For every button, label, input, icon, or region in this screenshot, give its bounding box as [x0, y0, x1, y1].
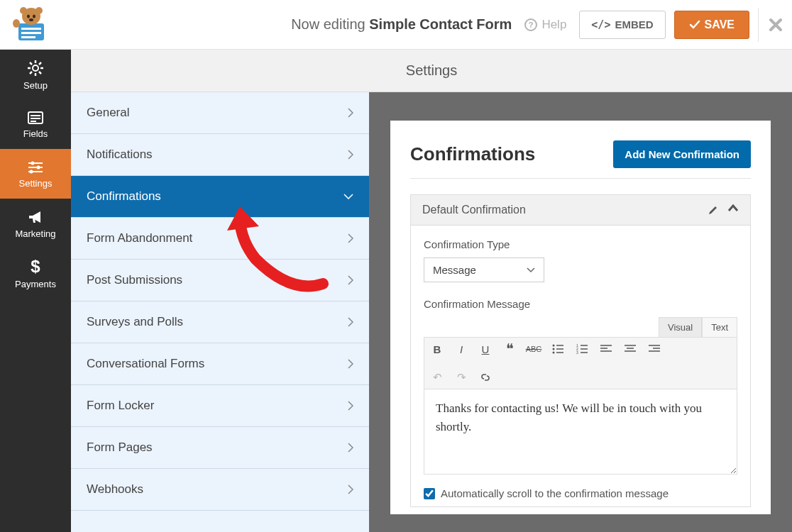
confirmation-block-body: Confirmation Type Message Confirmation M…	[411, 226, 750, 506]
undo-icon[interactable]: ↶	[430, 370, 444, 384]
bold-icon[interactable]: B	[430, 342, 444, 356]
settings-item-label: Form Abandonment	[87, 231, 192, 245]
align-right-icon[interactable]	[647, 342, 661, 356]
iconbar-label: Setup	[23, 80, 48, 91]
panel-head: Confirmations Add New Confirmation	[410, 140, 751, 179]
chevron-right-icon	[348, 108, 353, 118]
save-label: SAVE	[705, 18, 735, 31]
topbar: Now editing Simple Contact Form ? Help <…	[0, 0, 792, 50]
chevron-right-icon	[348, 484, 353, 494]
settings-item-webhooks[interactable]: Webhooks	[71, 469, 369, 511]
panel-title: Confirmations	[410, 143, 535, 165]
editor-tab-text[interactable]: Text	[702, 317, 737, 337]
editing-title: Now editing Simple Contact Form	[291, 16, 512, 33]
scroll-checkbox[interactable]	[424, 488, 435, 499]
redo-icon[interactable]: ↷	[454, 370, 468, 384]
settings-item-form-pages[interactable]: Form Pages	[71, 427, 369, 469]
help-label: Help	[541, 18, 566, 32]
dollar-icon: $	[28, 257, 43, 276]
chevron-down-icon	[343, 194, 353, 199]
save-button[interactable]: SAVE	[674, 11, 749, 39]
settings-item-label: General	[87, 106, 129, 120]
iconbar-item-fields[interactable]: Fields	[0, 99, 71, 149]
editor-tab-visual[interactable]: Visual	[659, 317, 702, 337]
settings-item-conversational-forms[interactable]: Conversational Forms	[71, 343, 369, 385]
quote-icon[interactable]: ❝	[502, 342, 517, 356]
svg-text:3: 3	[576, 350, 578, 354]
align-center-icon[interactable]	[623, 342, 637, 356]
pencil-icon[interactable]	[708, 204, 719, 216]
check-icon	[689, 19, 700, 31]
iconbar-item-settings[interactable]: Settings	[0, 149, 71, 199]
settings-item-surveys-polls[interactable]: Surveys and Polls	[71, 301, 369, 343]
svg-rect-1	[21, 28, 41, 30]
chevron-right-icon	[348, 150, 353, 160]
sliders-icon	[26, 160, 45, 175]
iconbar-item-payments[interactable]: $ Payments	[0, 248, 71, 298]
list-icon	[26, 110, 45, 126]
settings-item-label: Form Pages	[87, 440, 153, 455]
main: Setup Fields Settings Marketing $ Paymen…	[0, 50, 792, 532]
code-icon: </>	[591, 18, 610, 31]
confirmation-block-title: Default Confirmation	[422, 204, 526, 216]
chevron-right-icon	[348, 275, 353, 285]
settings-item-general[interactable]: General	[71, 92, 369, 134]
embed-button[interactable]: </> EMBED	[579, 11, 665, 39]
svg-point-25	[553, 345, 555, 347]
type-select[interactable]: Message	[424, 257, 544, 282]
settings-item-label: Post Submissions	[87, 273, 182, 287]
settings-item-confirmations[interactable]: Confirmations	[71, 176, 369, 218]
underline-icon[interactable]: U	[478, 342, 493, 356]
svg-point-9	[35, 7, 43, 14]
bullhorn-icon	[26, 209, 45, 226]
settings-item-label: Notifications	[87, 148, 153, 162]
close-button[interactable]	[758, 8, 783, 42]
iconbar-label: Marketing	[15, 228, 55, 239]
confirmations-panel: Confirmations Add New Confirmation Defau…	[390, 121, 771, 514]
bullet-list-icon[interactable]	[551, 342, 565, 356]
add-confirmation-button[interactable]: Add New Confirmation	[613, 140, 751, 168]
type-label: Confirmation Type	[424, 238, 737, 250]
svg-point-23	[30, 170, 33, 173]
message-label: Confirmation Message	[424, 298, 737, 310]
close-icon	[769, 18, 783, 32]
link-icon[interactable]	[478, 370, 493, 384]
iconbar-item-marketing[interactable]: Marketing	[0, 199, 71, 248]
settings-list: General Notifications Confirmations Form…	[71, 92, 369, 532]
svg-text:?: ?	[529, 21, 534, 29]
editing-prefix: Now editing	[291, 16, 369, 32]
editor: Visual Text B I U ❝ ABC	[424, 317, 737, 475]
settings-item-form-locker[interactable]: Form Locker	[71, 385, 369, 427]
svg-point-7	[29, 18, 33, 21]
settings-item-notifications[interactable]: Notifications	[71, 134, 369, 176]
embed-label: EMBED	[615, 18, 653, 31]
chevron-right-icon	[348, 359, 353, 369]
chevron-down-icon	[527, 267, 535, 273]
chevron-right-icon	[348, 401, 353, 411]
scroll-checkbox-row[interactable]: Automatically scroll to the confirmation…	[424, 487, 737, 499]
settings-item-label: Conversational Forms	[87, 357, 204, 371]
align-left-icon[interactable]	[599, 342, 613, 356]
editor-textarea[interactable]: Thanks for contacting us! We will be in …	[424, 389, 737, 475]
help-link[interactable]: ? Help	[524, 18, 566, 32]
iconbar-label: Payments	[15, 279, 56, 289]
number-list-icon[interactable]: 123	[575, 342, 589, 356]
settings-item-post-submissions[interactable]: Post Submissions	[71, 260, 369, 301]
settings-item-label: Surveys and Polls	[87, 315, 183, 329]
form-name: Simple Contact Form	[369, 16, 512, 32]
chevron-up-icon[interactable]	[727, 204, 739, 213]
svg-text:$: $	[31, 257, 40, 276]
scroll-checkbox-label: Automatically scroll to the confirmation…	[441, 487, 669, 499]
settings-item-label: Webhooks	[87, 482, 143, 497]
iconbar-item-setup[interactable]: Setup	[0, 50, 71, 99]
strike-icon[interactable]: ABC	[527, 342, 541, 356]
gear-icon	[26, 59, 45, 77]
chevron-right-icon	[348, 233, 353, 243]
settings-item-form-abandonment[interactable]: Form Abandonment	[71, 218, 369, 260]
confirmation-block-head[interactable]: Default Confirmation	[411, 195, 750, 226]
help-icon: ?	[524, 18, 537, 31]
chevron-right-icon	[348, 443, 353, 453]
content-area: Settings General Notifications Confirmat…	[71, 50, 792, 532]
italic-icon[interactable]: I	[454, 342, 468, 356]
svg-point-6	[33, 14, 35, 18]
